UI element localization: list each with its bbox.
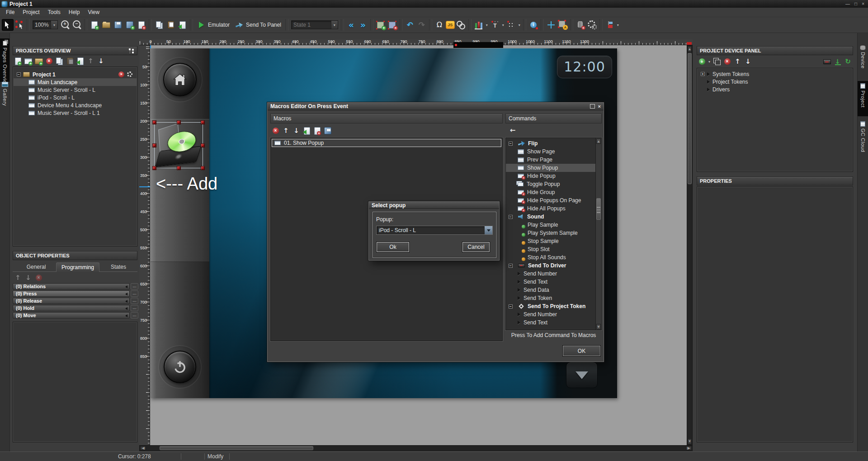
- command-hide-popups-on-page[interactable]: Hide Popups On Page: [506, 196, 595, 204]
- command-send-data[interactable]: Send Data: [506, 286, 595, 294]
- command-send-text[interactable]: Send Text: [506, 318, 595, 327]
- chevron-down-icon[interactable]: [51, 21, 57, 29]
- refresh-button[interactable]: [843, 57, 853, 67]
- power-button-object[interactable]: [164, 351, 196, 383]
- minimize-button[interactable]: —: [845, 1, 850, 7]
- scroll-down-button[interactable]: ▼: [688, 438, 692, 444]
- chevron-down-icon[interactable]: ▾: [485, 23, 489, 27]
- object-info-button[interactable]: [528, 19, 539, 30]
- add-popup-button[interactable]: [24, 57, 33, 66]
- vertical-ruler[interactable]: 5010015020025030035040045050055060065070…: [139, 45, 150, 445]
- tab-pages-overview[interactable]: Pages Overview: [0, 38, 9, 82]
- tab-project[interactable]: Project: [858, 81, 868, 116]
- title-bar[interactable]: Project 1 —□×: [0, 0, 868, 8]
- expand-icon[interactable]: +: [701, 72, 705, 76]
- save-project-button[interactable]: [113, 19, 123, 30]
- macro-import-button[interactable]: [302, 126, 311, 136]
- tab-programming[interactable]: Programming: [56, 262, 99, 272]
- prop-row-0-hold[interactable]: (0) Hold: [13, 305, 130, 311]
- undo-button[interactable]: [405, 19, 415, 30]
- collapse-expander[interactable]: −: [509, 142, 513, 146]
- move-down-button[interactable]: [96, 57, 106, 66]
- horizontal-scroll-thumb[interactable]: [160, 446, 313, 450]
- collapse-expander[interactable]: −: [17, 72, 21, 76]
- commands-scrollbar[interactable]: ▲ ▼: [595, 138, 601, 330]
- delete-item-button[interactable]: [44, 57, 54, 66]
- macro-delete-button[interactable]: [271, 126, 280, 136]
- prop-row-0-release[interactable]: (0) Release: [13, 298, 130, 304]
- copy-button[interactable]: [154, 19, 165, 30]
- device-item-project-tokens[interactable]: Project Tokens: [697, 78, 853, 86]
- command-toggle-popup[interactable]: Toggle Popup: [506, 180, 595, 188]
- macros-ok-button[interactable]: OK: [562, 345, 601, 356]
- command-prev-page[interactable]: Prev Page: [506, 156, 595, 164]
- tree-view-icon[interactable]: [130, 48, 135, 53]
- chevron-down-icon[interactable]: [331, 21, 338, 29]
- command-hide-popup[interactable]: Hide Popup: [506, 172, 595, 180]
- prop-row-0-move[interactable]: (0) Move: [13, 312, 130, 318]
- tree-item-ipod-scroll-l[interactable]: iPod - Scroll - L: [13, 94, 137, 101]
- next-state-button[interactable]: [358, 19, 368, 30]
- tree-item-main-landscape[interactable]: Main Landscape: [13, 78, 137, 86]
- prop-more-0-relations[interactable]: ...: [131, 283, 138, 290]
- send-to-panel-button[interactable]: Send To Panel: [233, 19, 283, 30]
- prev-state-button[interactable]: [346, 19, 357, 30]
- special-symbols-button[interactable]: [434, 19, 445, 30]
- add-page-button[interactable]: [13, 57, 23, 66]
- collapse-expander[interactable]: −: [509, 215, 513, 219]
- select-popup-cancel-button[interactable]: Cancel: [462, 242, 490, 252]
- selection-handle[interactable]: [201, 120, 205, 124]
- paste-button[interactable]: [165, 19, 176, 30]
- script-editor-button[interactable]: JS: [446, 21, 455, 29]
- home-button-object[interactable]: [163, 63, 197, 96]
- move-resize-button[interactable]: [546, 19, 557, 30]
- delete-driver-button[interactable]: [722, 57, 732, 67]
- command-group-sound[interactable]: −Sound: [506, 213, 595, 221]
- selection-handle[interactable]: [152, 120, 156, 124]
- event-down-button[interactable]: [24, 273, 33, 283]
- commands-scroll-down[interactable]: ▼: [596, 324, 601, 329]
- close-button[interactable]: ×: [862, 1, 864, 7]
- distribute-button[interactable]: [506, 19, 517, 30]
- menu-item-tools[interactable]: Tools: [44, 8, 65, 17]
- commands-back-button[interactable]: ←: [507, 125, 518, 135]
- prop-more-0-release[interactable]: ...: [131, 298, 138, 304]
- macro-save-button[interactable]: [323, 126, 332, 136]
- save-project-as-button[interactable]: [124, 19, 135, 30]
- collapse-arrow-icon[interactable]: [125, 293, 127, 295]
- joins-button[interactable]: [456, 19, 467, 30]
- add-driver-button[interactable]: [697, 57, 707, 67]
- macro-up-button[interactable]: [281, 126, 291, 136]
- chevron-down-icon[interactable]: ▾: [616, 23, 620, 27]
- copy-item-button[interactable]: [55, 57, 64, 66]
- prop-more-0-move[interactable]: ...: [131, 312, 138, 318]
- prop-more-0-press[interactable]: ...: [131, 290, 138, 297]
- menu-item-help[interactable]: Help: [65, 8, 84, 17]
- delete-object-button[interactable]: [575, 19, 586, 30]
- command-group-send-to-driver[interactable]: −Send To Driver: [506, 261, 595, 270]
- command-send-number[interactable]: Send Number: [506, 270, 595, 278]
- down-arrow-object[interactable]: [566, 362, 598, 388]
- command-show-page[interactable]: Show Page: [506, 147, 595, 156]
- command-play-sample[interactable]: Play Sample: [506, 221, 595, 229]
- prop-more-0-hold[interactable]: ...: [131, 305, 138, 311]
- collapse-expander[interactable]: −: [509, 304, 513, 309]
- project-settings-icon[interactable]: [127, 71, 132, 77]
- event-up-button[interactable]: [13, 273, 23, 283]
- align-button[interactable]: [473, 19, 484, 30]
- scroll-right-button[interactable]: ▶: [686, 446, 692, 450]
- command-hide-group[interactable]: Hide Group: [506, 188, 595, 196]
- device-item-drivers[interactable]: Drivers: [697, 86, 853, 93]
- command-stop-slot[interactable]: Stop Slot: [506, 245, 595, 253]
- chevron-down-icon[interactable]: ▾: [517, 23, 522, 27]
- collapse-expander[interactable]: −: [509, 264, 513, 268]
- tree-item-music-server-scroll-l-1[interactable]: Music Server - Scroll - L 1: [13, 109, 137, 117]
- collapse-arrow-icon[interactable]: [125, 307, 127, 310]
- command-send-token[interactable]: Send Token: [506, 294, 595, 302]
- redo-button[interactable]: [416, 19, 427, 30]
- scroll-up-button[interactable]: ▲: [688, 46, 692, 52]
- command-group-send-to-project-token[interactable]: −Send To Project Token: [506, 302, 595, 310]
- command-send-text[interactable]: Send Text: [506, 278, 595, 286]
- selection-handle[interactable]: [152, 143, 156, 147]
- command-stop-all-sounds[interactable]: Stop All Sounds: [506, 253, 595, 261]
